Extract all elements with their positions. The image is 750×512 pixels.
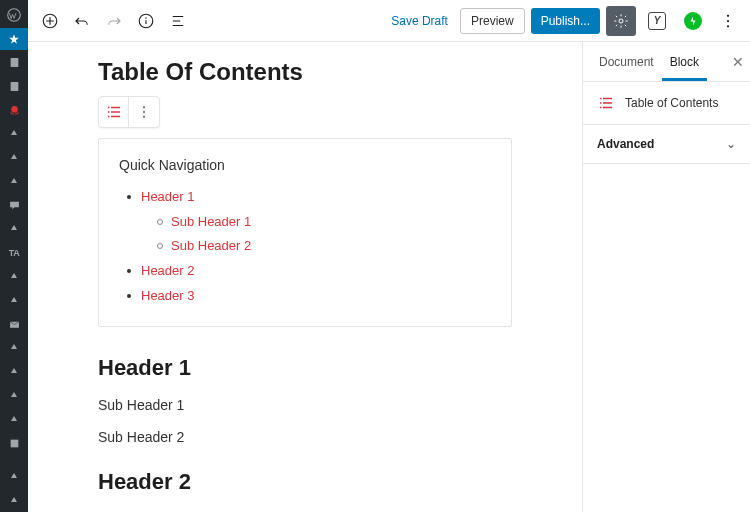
svg-rect-2: [10, 82, 18, 91]
advanced-label: Advanced: [597, 137, 654, 151]
toc-link[interactable]: Header 1: [141, 189, 194, 204]
svg-point-3: [11, 106, 18, 113]
toc-icon: [105, 103, 123, 121]
svg-point-13: [143, 106, 145, 108]
heading-h3[interactable]: Sub Header 2: [98, 429, 512, 445]
admin-item-doc2[interactable]: [0, 75, 28, 97]
more-menu-button[interactable]: [714, 7, 742, 35]
editor-toolbar: Save Draft Preview Publish... Y: [28, 0, 750, 42]
save-draft-button[interactable]: Save Draft: [385, 10, 454, 32]
toc-link[interactable]: Sub Header 1: [171, 214, 251, 229]
add-block-button[interactable]: [36, 7, 64, 35]
wp-logo-icon[interactable]: [0, 4, 28, 26]
toc-title: Quick Navigation: [119, 157, 491, 173]
admin-item-20[interactable]: [0, 490, 28, 512]
jetpack-button[interactable]: [678, 6, 708, 36]
block-identity-panel: Table of Contents: [583, 82, 750, 125]
svg-point-14: [143, 111, 145, 113]
toc-link[interactable]: Header 2: [141, 263, 194, 278]
svg-point-8: [145, 17, 147, 19]
undo-button[interactable]: [68, 7, 96, 35]
tab-document[interactable]: Document: [591, 43, 662, 81]
info-button[interactable]: [132, 7, 160, 35]
admin-item-16[interactable]: [0, 385, 28, 407]
heading-h3[interactable]: Sub Header 1: [98, 397, 512, 413]
toc-icon: [597, 94, 615, 112]
block-more-button[interactable]: [129, 97, 159, 127]
svg-point-11: [727, 19, 729, 21]
block-toolbar: [98, 96, 160, 128]
yoast-icon: Y: [648, 12, 666, 30]
heading-h2[interactable]: Header 2: [98, 469, 512, 495]
editor-canvas[interactable]: Table Of Contents Quick Navigation Heade…: [28, 42, 582, 512]
admin-item-7[interactable]: [0, 171, 28, 193]
admin-item-12[interactable]: [0, 290, 28, 312]
svg-point-9: [619, 19, 623, 23]
svg-rect-1: [10, 58, 18, 67]
settings-button[interactable]: [606, 6, 636, 36]
svg-rect-5: [10, 440, 18, 448]
block-name-label: Table of Contents: [625, 96, 718, 110]
admin-item-octopus[interactable]: [0, 99, 28, 121]
svg-point-10: [727, 14, 729, 16]
svg-point-12: [727, 25, 729, 27]
toc-block[interactable]: Quick Navigation Header 1 Sub Header 1 S…: [98, 138, 512, 327]
admin-item-comment[interactable]: [0, 195, 28, 217]
admin-item-mail[interactable]: [0, 314, 28, 336]
admin-item-17[interactable]: [0, 409, 28, 431]
admin-item-15[interactable]: [0, 361, 28, 383]
jetpack-icon: [684, 12, 702, 30]
svg-point-15: [143, 116, 145, 118]
redo-button[interactable]: [100, 7, 128, 35]
admin-item-blank[interactable]: [0, 433, 28, 455]
tab-block[interactable]: Block: [662, 43, 707, 81]
admin-sidebar: TA: [0, 0, 28, 512]
admin-separator: [0, 456, 28, 464]
publish-button[interactable]: Publish...: [531, 8, 600, 34]
preview-button[interactable]: Preview: [460, 8, 525, 34]
settings-sidebar: Document Block ✕ Table of Contents Advan…: [582, 42, 750, 512]
sidebar-tabs: Document Block ✕: [583, 42, 750, 82]
yoast-button[interactable]: Y: [642, 6, 672, 36]
admin-item-9[interactable]: [0, 218, 28, 240]
toc-link[interactable]: Header 3: [141, 288, 194, 303]
admin-item-doc[interactable]: [0, 52, 28, 74]
outline-button[interactable]: [164, 7, 192, 35]
admin-item-19[interactable]: [0, 466, 28, 488]
toc-link[interactable]: Sub Header 2: [171, 238, 251, 253]
admin-item-ta[interactable]: TA: [0, 242, 28, 264]
admin-item-5[interactable]: [0, 123, 28, 145]
admin-item-14[interactable]: [0, 337, 28, 359]
admin-item-11[interactable]: [0, 266, 28, 288]
heading-h2[interactable]: Header 1: [98, 355, 512, 381]
admin-item-6[interactable]: [0, 147, 28, 169]
chevron-down-icon: ⌄: [726, 137, 736, 151]
admin-item-pin[interactable]: [0, 28, 28, 50]
post-title[interactable]: Table Of Contents: [98, 58, 512, 86]
block-type-button[interactable]: [99, 97, 129, 127]
advanced-panel-toggle[interactable]: Advanced ⌄: [583, 125, 750, 164]
close-sidebar-button[interactable]: ✕: [732, 54, 744, 70]
toc-list: Header 1 Sub Header 1 Sub Header 2 Heade…: [119, 185, 491, 308]
